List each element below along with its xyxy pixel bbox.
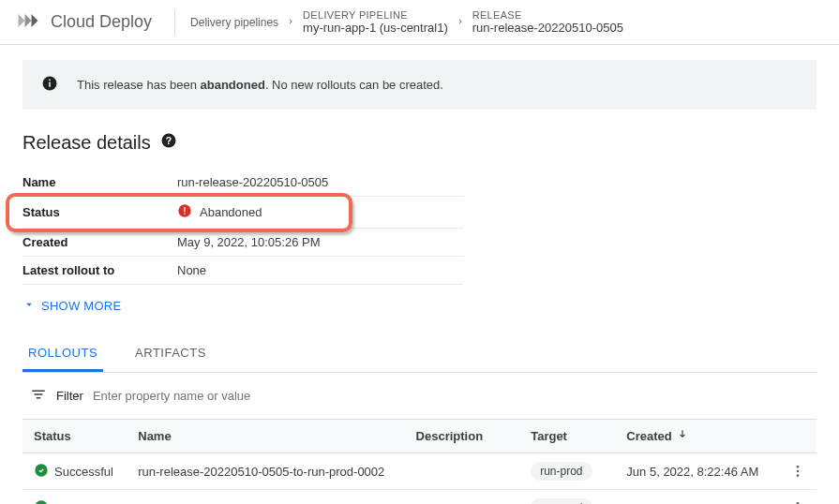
svg-rect-2 xyxy=(49,80,51,82)
header-separator xyxy=(174,9,175,36)
breadcrumb-pipeline-name: my-run-app-1 (us-central1) xyxy=(303,21,448,35)
detail-row-created: Created May 9, 2022, 10:05:26 PM xyxy=(22,229,463,257)
logo-area: Cloud Deploy xyxy=(15,7,174,37)
target-chip: run-prod xyxy=(531,462,592,481)
detail-name-value: run-release-20220510-0505 xyxy=(177,169,463,197)
svg-point-11 xyxy=(796,474,799,477)
svg-point-9 xyxy=(796,466,799,468)
svg-text:?: ? xyxy=(166,135,172,146)
detail-created-label: Created xyxy=(22,229,177,257)
detail-rollout-to-value: None xyxy=(177,257,463,285)
table-row[interactable]: Successful run-release-20220510-0505-to-… xyxy=(22,490,817,505)
cloud-deploy-logo-icon xyxy=(15,7,41,37)
col-target[interactable]: Target xyxy=(519,420,615,453)
status-badge: Abandoned xyxy=(177,203,463,221)
detail-created-value: May 9, 2022, 10:05:26 PM xyxy=(177,229,463,257)
breadcrumb-pipeline[interactable]: DELIVERY PIPELINE my-run-app-1 (us-centr… xyxy=(303,9,448,35)
banner-prefix: This release has been xyxy=(77,78,201,92)
banner-bold: abandoned xyxy=(201,78,265,92)
filter-icon[interactable] xyxy=(30,386,47,406)
chevron-down-icon xyxy=(22,298,36,314)
breadcrumb-release-super: RELEASE xyxy=(472,9,623,21)
arrow-down-icon xyxy=(676,428,689,444)
chevron-right-icon xyxy=(286,16,295,29)
breadcrumb-release[interactable]: RELEASE run-release-20220510-0505 xyxy=(472,9,623,35)
detail-row-name: Name run-release-20220510-0505 xyxy=(22,169,463,197)
check-circle-icon xyxy=(34,463,49,481)
error-icon xyxy=(177,203,192,221)
col-created[interactable]: Created xyxy=(615,420,778,453)
row-more-button[interactable] xyxy=(789,500,805,504)
more-vert-icon xyxy=(790,464,805,479)
banner-suffix: . No new rollouts can be created. xyxy=(265,78,443,92)
help-icon[interactable]: ? xyxy=(160,132,177,154)
status-chip: Successful xyxy=(34,463,115,481)
detail-rollout-to-label: Latest rollout to xyxy=(22,257,177,285)
breadcrumb-pipelines-link[interactable]: Delivery pipelines xyxy=(190,16,278,29)
detail-row-rollout-to: Latest rollout to None xyxy=(22,257,463,285)
row-description xyxy=(405,453,520,490)
col-description[interactable]: Description xyxy=(405,420,520,453)
tabs: ROLLOUTS ARTIFACTS xyxy=(22,336,817,373)
breadcrumb: Delivery pipelines DELIVERY PIPELINE my-… xyxy=(190,9,623,35)
breadcrumb-release-name: run-release-20220510-0505 xyxy=(472,21,623,35)
tab-artifacts[interactable]: ARTIFACTS xyxy=(129,336,212,372)
check-circle-icon xyxy=(34,499,49,505)
detail-name-label: Name xyxy=(22,169,177,197)
tab-rollouts[interactable]: ROLLOUTS xyxy=(22,336,103,372)
svg-rect-7 xyxy=(184,214,185,215)
filter-bar: Filter xyxy=(22,373,817,419)
row-status: Successful xyxy=(54,501,113,505)
status-chip: Successful xyxy=(34,499,115,505)
table-row[interactable]: Successful run-release-20220510-0505-to-… xyxy=(22,453,817,490)
more-vert-icon xyxy=(790,500,805,504)
detail-status-value: Abandoned xyxy=(200,205,262,219)
filter-label: Filter xyxy=(56,389,83,403)
svg-point-8 xyxy=(35,464,47,476)
row-more-button[interactable] xyxy=(789,464,805,479)
svg-rect-6 xyxy=(184,207,185,212)
col-status[interactable]: Status xyxy=(22,420,127,453)
row-created: Jun 5, 2022, 8:21:14 AM xyxy=(615,490,778,505)
col-created-label: Created xyxy=(626,429,671,443)
abandoned-banner: This release has been abandoned. No new … xyxy=(22,60,817,110)
rollouts-table: Status Name Description Target Created xyxy=(22,419,817,504)
row-name: run-release-20220510-0505-to-run-prod-00… xyxy=(127,490,404,505)
table-header-row: Status Name Description Target Created xyxy=(22,420,817,453)
svg-point-10 xyxy=(796,470,799,473)
detail-row-status: Status Abandoned xyxy=(22,197,463,229)
chevron-right-icon xyxy=(456,16,465,29)
svg-point-12 xyxy=(35,500,47,504)
product-name: Cloud Deploy xyxy=(51,12,152,32)
detail-status-label: Status xyxy=(22,197,177,229)
row-description xyxy=(405,490,520,505)
row-created: Jun 5, 2022, 8:22:46 AM xyxy=(615,453,778,490)
filter-input[interactable] xyxy=(93,389,809,403)
banner-text: This release has been abandoned. No new … xyxy=(77,78,443,92)
info-icon xyxy=(41,75,58,95)
release-details-title: Release details ? xyxy=(22,132,817,154)
show-more-button[interactable]: SHOW MORE xyxy=(22,298,817,314)
target-chip: run-prod xyxy=(531,498,592,504)
content: This release has been abandoned. No new … xyxy=(0,45,839,504)
page-title: Release details xyxy=(22,132,151,154)
col-name[interactable]: Name xyxy=(127,420,404,453)
row-status: Successful xyxy=(54,465,113,479)
app-header: Cloud Deploy Delivery pipelines DELIVERY… xyxy=(0,0,839,45)
details-table: Name run-release-20220510-0505 Status Ab… xyxy=(22,169,463,285)
show-more-label: SHOW MORE xyxy=(41,299,121,313)
row-name: run-release-20220510-0505-to-run-prod-00… xyxy=(127,453,404,490)
col-more xyxy=(778,420,817,453)
svg-rect-1 xyxy=(49,82,51,87)
breadcrumb-pipeline-super: DELIVERY PIPELINE xyxy=(303,9,448,21)
